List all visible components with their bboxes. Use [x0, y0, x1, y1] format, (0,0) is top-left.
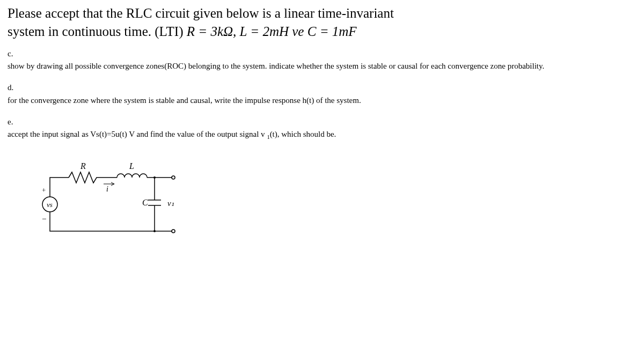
- intro-params: R = 3kΩ, L = 2mH ve C = 1mF: [187, 24, 357, 39]
- circuit-diagram: + − vs R i L C: [31, 156, 636, 244]
- svg-point-0: [153, 176, 156, 179]
- section-c-label: c.: [8, 48, 636, 60]
- section-d: d. for the convergence zone where the sy…: [8, 82, 636, 107]
- intro-line2-prefix: system in continuous time. (LTI): [8, 24, 187, 39]
- section-c-text: show by drawing all possible convergence…: [8, 61, 636, 72]
- circuit-svg: + − vs R i L C: [31, 156, 181, 242]
- plus-label: +: [42, 186, 46, 194]
- section-e-before: accept the input signal as Vs(t)=5u(t) V…: [8, 130, 267, 138]
- capacitor-label: C: [142, 198, 148, 207]
- section-e-label: e.: [8, 116, 636, 128]
- resistor-label: R: [80, 161, 86, 171]
- vs-label: vs: [47, 201, 53, 209]
- section-e: e. accept the input signal as Vs(t)=5u(t…: [8, 116, 636, 142]
- output-terminal-bottom-icon: [172, 230, 175, 233]
- v1-label: v₁: [167, 199, 174, 208]
- section-d-text: for the convergence zone where the syste…: [8, 95, 636, 107]
- inductor-icon: [117, 174, 147, 178]
- inductor-label: L: [129, 161, 134, 171]
- section-e-text: accept the input signal as Vs(t)=5u(t) V…: [8, 129, 636, 141]
- resistor-icon: [69, 172, 104, 183]
- output-terminal-top-icon: [172, 176, 175, 179]
- section-d-label: d.: [8, 82, 636, 94]
- svg-point-1: [153, 230, 156, 232]
- section-e-after: (t), which should be.: [270, 130, 336, 138]
- section-c: c. show by drawing all possible converge…: [8, 48, 636, 73]
- intro-text: Please accept that the RLC circuit given…: [8, 4, 636, 41]
- minus-label: −: [42, 215, 46, 223]
- current-label: i: [106, 185, 108, 193]
- intro-line1: Please accept that the RLC circuit given…: [8, 6, 394, 20]
